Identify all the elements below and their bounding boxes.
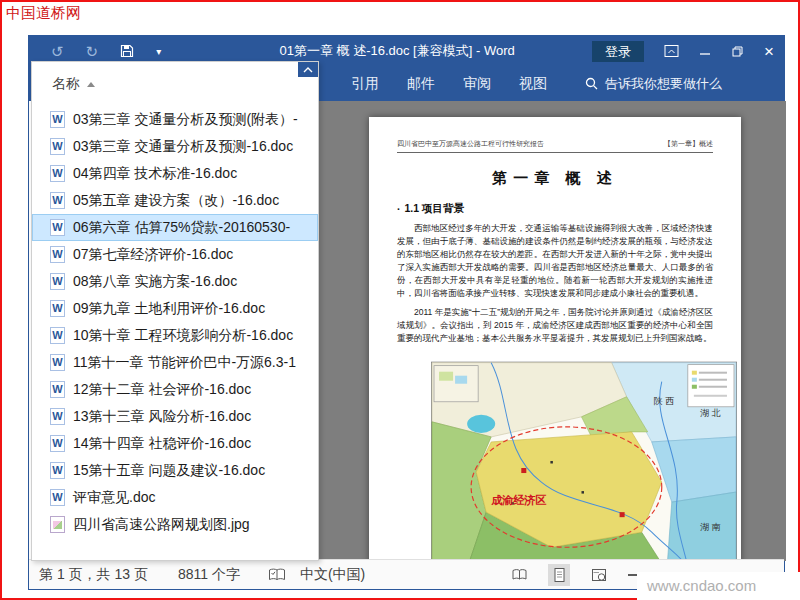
section-heading-text: 1.1 项目背景 bbox=[405, 202, 465, 216]
file-list-item[interactable]: 评审意见.doc bbox=[32, 484, 318, 511]
file-list-item[interactable]: 15第十五章 问题及建议-16.doc bbox=[32, 457, 318, 484]
word-doc-icon bbox=[50, 165, 65, 182]
tab-mailings[interactable]: 邮件 bbox=[393, 66, 449, 101]
section-heading: · 1.1 项目背景 bbox=[397, 202, 713, 216]
word-doc-icon bbox=[50, 246, 65, 263]
file-list-item[interactable]: 05第五章 建设方案（改）-16.doc bbox=[32, 187, 318, 214]
file-list-item[interactable]: 13第十三章 风险分析-16.doc bbox=[32, 403, 318, 430]
file-name: 11第十一章 节能评价巴中-万源6.3-1 bbox=[73, 354, 296, 372]
map-label-hunan: 湖 南 bbox=[700, 522, 721, 532]
page-number-indicator[interactable]: 第 1 页，共 13 页 bbox=[39, 566, 148, 584]
file-name: 08第八章 实施方案-16.doc bbox=[73, 273, 237, 291]
language-indicator[interactable]: 中文(中国) bbox=[300, 566, 365, 584]
map-label-shaanxi: 陕 西 bbox=[654, 396, 675, 406]
ribbon-display-options-icon[interactable] bbox=[664, 44, 679, 58]
document-page[interactable]: 四川省巴中至万源高速公路工程可行性研究报告 【第一章】概述 第一章 概 述 · … bbox=[369, 117, 741, 561]
word-doc-icon bbox=[50, 192, 65, 209]
document-canvas: 四川省巴中至万源高速公路工程可行性研究报告 【第一章】概述 第一章 概 述 · … bbox=[319, 101, 786, 561]
tell-me-label: 告诉我你想要做什么 bbox=[605, 75, 722, 93]
tell-me-box[interactable]: 告诉我你想要做什么 bbox=[585, 75, 722, 93]
planning-map: 陕 西 湖 北 湖 南 成渝经济区 bbox=[431, 361, 737, 561]
word-doc-icon bbox=[50, 462, 65, 479]
file-list-item[interactable]: 04第四章 技术标准-16.doc bbox=[32, 160, 318, 187]
tab-review[interactable]: 审阅 bbox=[449, 66, 505, 101]
file-name: 评审意见.doc bbox=[73, 489, 155, 507]
file-name: 03第三章 交通量分析及预测(附表）- bbox=[73, 111, 298, 129]
file-list-item[interactable]: 08第八章 实施方案-16.doc bbox=[32, 268, 318, 295]
file-name: 12第十二章 社会评价-16.doc bbox=[73, 381, 251, 399]
file-name: 04第四章 技术标准-16.doc bbox=[73, 165, 237, 183]
tab-view[interactable]: 视图 bbox=[505, 66, 561, 101]
word-count-indicator[interactable]: 8811 个字 bbox=[178, 566, 240, 584]
file-name: 四川省高速公路网规划图.jpg bbox=[73, 516, 250, 534]
file-list-item[interactable]: 07第七章经济评价-16.doc bbox=[32, 241, 318, 268]
tab-references[interactable]: 引用 bbox=[337, 66, 393, 101]
column-header-label: 名称 bbox=[52, 75, 80, 93]
word-doc-icon bbox=[50, 354, 65, 371]
proofing-status-icon[interactable] bbox=[268, 568, 286, 582]
file-list: 03第三章 交通量分析及预测(附表）- 03第三章 交通量分析及预测-16.do… bbox=[32, 106, 318, 538]
planning-map-image[interactable]: 陕 西 湖 北 湖 南 成渝经济区 bbox=[431, 361, 737, 561]
customize-qat-caret-icon[interactable]: ▾ bbox=[156, 46, 161, 57]
minimize-icon[interactable] bbox=[699, 45, 711, 57]
column-header-name[interactable]: 名称 bbox=[52, 75, 95, 93]
word-doc-icon bbox=[50, 300, 65, 317]
outline-bullet: · bbox=[397, 203, 401, 215]
search-icon bbox=[585, 77, 598, 90]
collapse-chevron-icon[interactable] bbox=[298, 62, 318, 77]
file-name: 13第十三章 风险分析-16.doc bbox=[73, 408, 251, 426]
titlebar-right-controls: 登录 × bbox=[592, 36, 774, 66]
undo-icon[interactable]: ↺ bbox=[51, 44, 64, 59]
page-header-left: 四川省巴中至万源高速公路工程可行性研究报告 bbox=[397, 139, 544, 149]
file-name: 10第十章 工程环境影响分析-16.doc bbox=[73, 327, 293, 345]
view-shortcuts bbox=[508, 560, 639, 590]
file-name: 15第十五章 问题及建议-16.doc bbox=[73, 462, 265, 480]
chapter-title: 第一章 概 述 bbox=[397, 169, 713, 188]
word-doc-icon bbox=[50, 219, 65, 236]
word-doc-icon bbox=[50, 111, 65, 128]
file-list-item[interactable]: 14第十四章 社稳评价-16.doc bbox=[32, 430, 318, 457]
word-doc-icon bbox=[50, 381, 65, 398]
page-header-right: 【第一章】概述 bbox=[664, 139, 713, 149]
file-list-item[interactable]: 12第十二章 社会评价-16.doc bbox=[32, 376, 318, 403]
save-icon[interactable] bbox=[120, 44, 134, 58]
word-doc-icon bbox=[50, 273, 65, 290]
read-mode-icon[interactable] bbox=[508, 564, 530, 586]
restore-icon[interactable] bbox=[731, 45, 744, 58]
file-list-item[interactable]: 09第九章 土地利用评价-16.doc bbox=[32, 295, 318, 322]
close-icon[interactable]: × bbox=[764, 43, 774, 60]
word-doc-icon bbox=[50, 435, 65, 452]
word-doc-icon bbox=[50, 408, 65, 425]
site-watermark-bottom-right: www.cndao.com bbox=[637, 572, 800, 600]
file-list-item[interactable]: 10第十章 工程环境影响分析-16.doc bbox=[32, 322, 318, 349]
map-label-hubei: 湖 北 bbox=[700, 408, 721, 418]
file-name: 14第十四章 社稳评价-16.doc bbox=[73, 435, 251, 453]
file-name: 03第三章 交通量分析及预测-16.doc bbox=[73, 138, 293, 156]
file-list-item[interactable]: 四川省高速公路网规划图.jpg bbox=[32, 511, 318, 538]
screenshot-root: ↺ ↻ ▾ 01第一章 概 述-16.doc [兼容模式] - Word 登录 bbox=[0, 0, 800, 600]
print-layout-icon[interactable] bbox=[548, 564, 570, 586]
word-doc-icon bbox=[50, 489, 65, 506]
file-name: 07第七章经济评价-16.doc bbox=[73, 246, 233, 264]
sort-ascending-icon bbox=[87, 82, 95, 87]
image-icon bbox=[50, 516, 65, 533]
file-name: 06第六章 估算75%贷款-20160530- bbox=[73, 219, 290, 237]
page-header: 四川省巴中至万源高速公路工程可行性研究报告 【第一章】概述 bbox=[397, 139, 713, 153]
file-name: 09第九章 土地利用评价-16.doc bbox=[73, 300, 265, 318]
file-name: 05第五章 建设方案（改）-16.doc bbox=[73, 192, 279, 210]
body-paragraph: 2011 年是实施“十二五”规划的开局之年，国务院讨论并原则通过《成渝经济区区域… bbox=[397, 306, 713, 345]
word-doc-icon bbox=[50, 138, 65, 155]
redo-icon[interactable]: ↻ bbox=[86, 44, 99, 59]
map-label-chengyu-economic-zone: 成渝经济区 bbox=[490, 494, 546, 506]
site-watermark-top-left: 中国道桥网 bbox=[6, 4, 81, 23]
web-layout-icon[interactable] bbox=[588, 564, 610, 586]
login-button[interactable]: 登录 bbox=[592, 41, 644, 62]
file-list-item[interactable]: 11第十一章 节能评价巴中-万源6.3-1 bbox=[32, 349, 318, 376]
file-list-item[interactable]: 03第三章 交通量分析及预测(附表）- bbox=[32, 106, 318, 133]
file-list-item[interactable]: 03第三章 交通量分析及预测-16.doc bbox=[32, 133, 318, 160]
file-list-panel: 名称 03第三章 交通量分析及预测(附表）- 03第三章 交通量分析及预测-16… bbox=[31, 61, 319, 561]
file-list-item-selected[interactable]: 06第六章 估算75%贷款-20160530- bbox=[32, 214, 318, 241]
word-window: ↺ ↻ ▾ 01第一章 概 述-16.doc [兼容模式] - Word 登录 bbox=[28, 35, 785, 590]
body-paragraph: 西部地区经过多年的大开发，交通运输等基础设施得到很大改善，区域经济快速发展，但由… bbox=[397, 222, 713, 300]
word-doc-icon bbox=[50, 327, 65, 344]
